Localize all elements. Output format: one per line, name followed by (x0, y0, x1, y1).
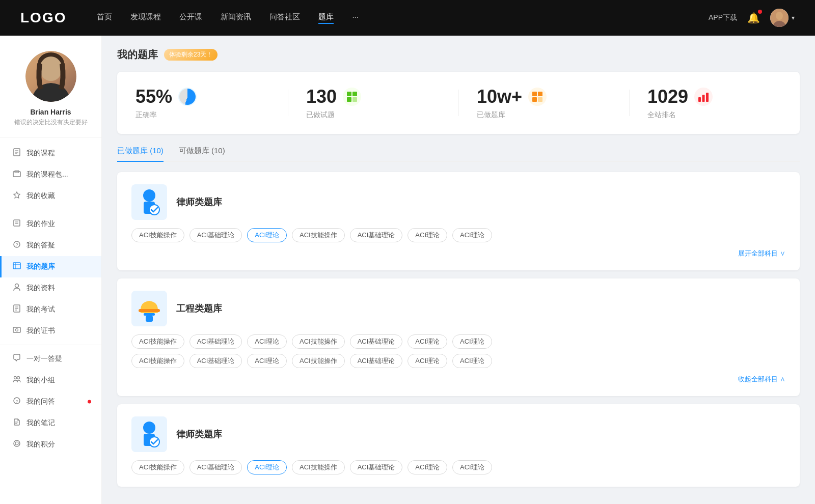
page-header: 我的题库 体验剩余23天！ (117, 48, 800, 62)
sidebar-divider-2 (0, 345, 101, 345)
svg-marker-12 (14, 192, 20, 198)
course-icon (12, 148, 21, 158)
eng-collapse-link[interactable]: 收起全部科目 ∧ (738, 375, 785, 383)
course-pkg-icon (12, 170, 21, 180)
sidebar: Brian Harris 错误的决定比没有决定要好 我的课程 我的课程包... (0, 36, 102, 504)
sidebar-item-myqa[interactable]: ? 我的问答 (0, 391, 101, 412)
sidebar-label-notes: 我的笔记 (26, 418, 55, 428)
sidebar-label-points: 我的积分 (26, 440, 55, 449)
svg-rect-36 (347, 92, 351, 96)
sidebar-item-1on1[interactable]: 一对一答疑 (0, 348, 101, 370)
svg-text:?: ? (16, 399, 18, 404)
sidebar-label-group: 我的小组 (26, 376, 55, 385)
l2-tag-6[interactable]: ACI理论 (452, 460, 492, 474)
nav-open-course[interactable]: 公开课 (179, 12, 202, 24)
svg-point-27 (16, 329, 18, 331)
l2-tag-3[interactable]: ACI技能操作 (292, 460, 345, 474)
sidebar-item-profile[interactable]: 我的资料 (0, 277, 101, 299)
profile-name: Brian Harris (30, 108, 71, 116)
svg-rect-38 (347, 97, 351, 102)
eng-tag-1[interactable]: ACI基础理论 (189, 334, 242, 349)
user-avatar-wrap[interactable]: ▾ (770, 9, 795, 27)
svg-rect-52 (139, 309, 160, 312)
stat-done-q-label: 已做试题 (306, 110, 335, 120)
eng-extra-tag-3[interactable]: ACI技能操作 (292, 354, 345, 368)
tag-1[interactable]: ACI基础理论 (189, 228, 242, 242)
tag-5[interactable]: ACI理论 (408, 228, 447, 242)
navbar: LOGO 首页 发现课程 公开课 新闻资讯 问答社区 题库 ··· APP下载 … (0, 0, 815, 36)
profile-motto: 错误的决定比没有决定要好 (14, 118, 88, 127)
eng-extra-tag-2[interactable]: ACI理论 (247, 354, 287, 368)
svg-point-21 (15, 284, 19, 288)
stat-done-banks: 10w+ 已做题库 (458, 86, 629, 120)
svg-rect-50 (144, 313, 155, 316)
sidebar-item-notes[interactable]: 我的笔记 (0, 412, 101, 434)
sidebar-item-qbank[interactable]: 我的题库 (0, 256, 101, 277)
eng-tag-2[interactable]: ACI理论 (247, 334, 287, 349)
sidebar-label-course-pkg: 我的课程包... (26, 170, 68, 179)
eng-tag-0[interactable]: ACI技能操作 (131, 334, 184, 349)
points-icon (12, 439, 21, 450)
sidebar-item-course[interactable]: 我的课程 (0, 143, 101, 164)
sidebar-divider-1 (0, 210, 101, 210)
tag-4[interactable]: ACI基础理论 (350, 228, 403, 242)
eng-extra-tag-6[interactable]: ACI理论 (452, 354, 492, 368)
l2-tag-5[interactable]: ACI理论 (408, 460, 447, 474)
eng-tag-6[interactable]: ACI理论 (452, 334, 492, 349)
qahelp-icon: ? (12, 240, 21, 250)
notification-bell-icon[interactable]: 🔔 (747, 12, 760, 24)
app-download-link[interactable]: APP下载 (709, 13, 737, 22)
sidebar-item-group[interactable]: 我的小组 (0, 370, 101, 391)
sidebar-item-points[interactable]: 我的积分 (0, 434, 101, 455)
svg-rect-45 (702, 95, 705, 102)
nav-more[interactable]: ··· (352, 12, 359, 24)
sidebar-item-cert[interactable]: 我的证书 (0, 320, 101, 342)
svg-rect-41 (538, 92, 542, 96)
l2-tag-1[interactable]: ACI基础理论 (189, 460, 242, 474)
tag-6[interactable]: ACI理论 (452, 228, 492, 242)
sidebar-label-homework: 我的作业 (26, 219, 55, 229)
sidebar-item-qahelp[interactable]: ? 我的答疑 (0, 235, 101, 256)
nav-qa[interactable]: 问答社区 (269, 12, 300, 24)
eng-extra-tag-0[interactable]: ACI技能操作 (131, 354, 184, 368)
sidebar-label-favorites: 我的收藏 (26, 191, 55, 201)
profile-section: Brian Harris 错误的决定比没有决定要好 (0, 51, 101, 137)
svg-point-29 (17, 377, 20, 379)
eng-extra-tag-4[interactable]: ACI基础理论 (350, 354, 403, 368)
l2-tag-2[interactable]: ACI理论 (247, 460, 287, 474)
svg-point-34 (14, 440, 20, 446)
eng-tag-3[interactable]: ACI技能操作 (292, 334, 345, 349)
stat-rank: 1029 全站排名 (629, 86, 800, 120)
nav-discover[interactable]: 发现课程 (130, 12, 161, 24)
eng-tag-4[interactable]: ACI基础理论 (350, 334, 403, 349)
tag-3[interactable]: ACI技能操作 (292, 228, 345, 242)
done-b-grid-icon (528, 88, 547, 106)
group-icon (12, 375, 21, 385)
l2-tag-4[interactable]: ACI基础理论 (350, 460, 403, 474)
nav-home[interactable]: 首页 (97, 12, 112, 24)
sidebar-item-course-pkg[interactable]: 我的课程包... (0, 164, 101, 185)
sidebar-item-homework[interactable]: 我的作业 (0, 213, 101, 235)
logo[interactable]: LOGO (20, 10, 66, 26)
stat-done-b-label: 已做题库 (477, 110, 505, 120)
eng-extra-tag-5[interactable]: ACI理论 (408, 354, 447, 368)
sidebar-label-myqa: 我的问答 (26, 397, 55, 406)
sidebar-item-exam[interactable]: 我的考试 (0, 299, 101, 320)
tab-available-banks[interactable]: 可做题库 (10) (179, 146, 225, 161)
sidebar-item-favorites[interactable]: 我的收藏 (0, 185, 101, 207)
tag-0[interactable]: ACI技能操作 (131, 228, 184, 242)
l2-tag-0[interactable]: ACI技能操作 (131, 460, 184, 474)
eng-tag-5[interactable]: ACI理论 (408, 334, 447, 349)
nav-news[interactable]: 新闻资讯 (221, 12, 251, 24)
eng-extra-tag-1[interactable]: ACI基础理论 (189, 354, 242, 368)
nav-qbank[interactable]: 题库 (318, 12, 334, 24)
svg-rect-26 (13, 327, 20, 332)
svg-point-5 (40, 57, 62, 81)
tab-done-banks[interactable]: 已做题库 (10) (117, 146, 164, 161)
page-body: Brian Harris 错误的决定比没有决定要好 我的课程 我的课程包... (0, 0, 815, 504)
qbank-card-lawyer2: 律师类题库 ACI技能操作 ACI基础理论 ACI理论 ACI技能操作 ACI基… (117, 404, 800, 487)
sidebar-label-profile: 我的资料 (26, 284, 55, 293)
exam-icon (12, 304, 21, 315)
tag-2[interactable]: ACI理论 (247, 228, 287, 242)
lawyer-expand-link[interactable]: 展开全部科目 ∨ (738, 249, 785, 257)
